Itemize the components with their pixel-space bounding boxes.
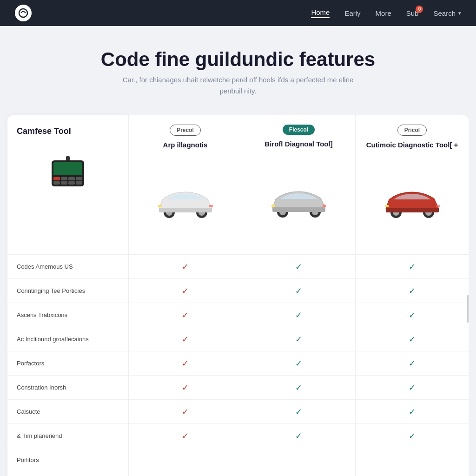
feature-rows: Codes Amemous US Conntinging Tee Portici… xyxy=(7,255,128,476)
page-heading: Code fine guildundic features xyxy=(7,48,469,71)
nav-search[interactable]: Search ▾ xyxy=(433,9,461,17)
feature-row-8: Porlitors xyxy=(7,448,128,472)
feature-row-2: Asceris Trabxicons xyxy=(7,303,128,327)
check-icon: ✓ xyxy=(409,358,416,369)
plan-col-2: Pricol Cutimoic Diagnostic Tool[ + xyxy=(355,115,469,476)
plan-2-badge: Pricol xyxy=(397,125,427,136)
plan-0-badge: Precol xyxy=(170,125,201,136)
plan-1-check-7: ✓ xyxy=(242,424,355,448)
page-title: Code fine guildundic features xyxy=(7,48,469,71)
check-icon: ✓ xyxy=(295,383,302,393)
plan-0-check-0: ✓ xyxy=(129,255,242,279)
feature-col-header: Camfese Tool xyxy=(7,115,128,255)
check-icon: ✓ xyxy=(182,286,189,296)
svg-rect-7 xyxy=(209,205,213,207)
plan-2-header: Pricol Cutimoic Diagnostic Tool[ + xyxy=(356,115,469,255)
plan-0-check-4: ✓ xyxy=(129,351,242,376)
nav-sub[interactable]: Sub 0 xyxy=(406,9,419,17)
check-icon: ✓ xyxy=(409,431,416,441)
plan-2-check-3: ✓ xyxy=(356,327,469,351)
feature-row-7: & Tim planeriend xyxy=(7,424,128,448)
plan-2-check-0: ✓ xyxy=(356,255,469,279)
nav-badge: 0 xyxy=(416,6,423,13)
svg-point-0 xyxy=(19,9,27,17)
check-icon: ✓ xyxy=(409,286,416,296)
plan-0-check-6: ✓ xyxy=(129,400,242,424)
feature-col-title: Camfese Tool xyxy=(17,126,119,136)
svg-rect-13 xyxy=(271,205,275,207)
check-icon: ✓ xyxy=(295,334,302,344)
check-icon: ✓ xyxy=(409,310,416,320)
plan-columns: Precol Arp illagnotis xyxy=(128,115,469,476)
svg-rect-12 xyxy=(272,207,325,212)
chevron-down-icon: ▾ xyxy=(458,10,461,16)
logo[interactable] xyxy=(15,5,32,21)
svg-rect-5 xyxy=(159,208,212,212)
plan-2-check-5: ✓ xyxy=(356,376,469,400)
check-icon: ✓ xyxy=(295,286,302,296)
check-icon: ✓ xyxy=(409,407,416,417)
svg-rect-21 xyxy=(436,205,440,207)
check-icon: ✓ xyxy=(295,407,302,417)
nav-links: Home Early More Sub 0 Search ▾ xyxy=(311,8,461,18)
main-content: Code fine guildundic features Car., for … xyxy=(0,26,476,476)
plan-col-0: Precol Arp illagnotis xyxy=(128,115,242,476)
check-icon: ✓ xyxy=(182,407,189,417)
feature-price-row xyxy=(7,472,128,476)
plan-0-header: Precol Arp illagnotis xyxy=(129,115,242,255)
plan-0-check-5: ✓ xyxy=(129,376,242,400)
plan-2-check-6: ✓ xyxy=(356,400,469,424)
plan-1-price-row: Set $1,878 xyxy=(242,472,355,476)
check-icon: ✓ xyxy=(409,262,416,272)
plan-0-price-row: Set $3,998 xyxy=(129,472,242,476)
nav-early[interactable]: Early xyxy=(344,9,360,17)
plan-2-checks: ✓ ✓ ✓ ✓ ✓ ✓ ✓ ✓ xyxy=(356,255,469,472)
feature-row-5: Constration Inorsh xyxy=(7,376,128,400)
plan-1-check-5: ✓ xyxy=(242,376,355,400)
check-icon: ✓ xyxy=(182,383,189,393)
feature-row-3: Ac Inclilound groaflecaions xyxy=(7,327,128,351)
check-icon: ✓ xyxy=(182,431,189,441)
plan-2-check-1: ✓ xyxy=(356,279,469,303)
plan-1-check-1: ✓ xyxy=(242,279,355,303)
diagnostic-tool-image xyxy=(49,145,86,192)
plan-1-check-2: ✓ xyxy=(242,303,355,327)
plan-2-title: Cutimoic Diagnostic Tool[ + xyxy=(366,140,458,150)
check-icon: ✓ xyxy=(295,262,302,272)
plan-1-check-3: ✓ xyxy=(242,327,355,351)
scroll-hint xyxy=(467,295,469,323)
check-icon: ✓ xyxy=(295,431,302,441)
plan-0-title: Arp illagnotis xyxy=(163,140,208,150)
feature-row-4: Porfactors xyxy=(7,351,128,376)
feature-column: Camfese Tool xyxy=(7,115,128,476)
svg-rect-19 xyxy=(386,208,439,212)
svg-rect-6 xyxy=(158,205,162,207)
feature-row-6: Calsucte xyxy=(7,400,128,424)
plan-2-check-4: ✓ xyxy=(356,351,469,376)
plan-1-checks: ✓ ✓ ✓ ✓ ✓ ✓ ✓ ✓ xyxy=(242,255,355,472)
check-icon: ✓ xyxy=(409,383,416,393)
plan-1-badge: Flescol xyxy=(283,125,315,135)
plan-1-title: Birofl Diagnoal Tool] xyxy=(264,139,332,149)
plan-0-check-1: ✓ xyxy=(129,279,242,303)
check-icon: ✓ xyxy=(409,334,416,344)
plan-2-check-2: ✓ xyxy=(356,303,469,327)
plan-2-price-row: Sen $2,945 xyxy=(356,472,469,476)
plan-0-check-3: ✓ xyxy=(129,327,242,351)
check-icon: ✓ xyxy=(295,310,302,320)
plan-col-1: Flescol Birofl Diagnoal Tool] xyxy=(242,115,355,476)
check-icon: ✓ xyxy=(295,358,302,369)
plan-1-check-6: ✓ xyxy=(242,400,355,424)
navbar: Home Early More Sub 0 Search ▾ xyxy=(0,0,476,26)
plan-0-check-2: ✓ xyxy=(129,303,242,327)
check-icon: ✓ xyxy=(182,310,189,320)
nav-more[interactable]: More xyxy=(376,9,391,17)
plan-2-check-7: ✓ xyxy=(356,424,469,448)
plan-1-check-0: ✓ xyxy=(242,255,355,279)
nav-home[interactable]: Home xyxy=(311,8,330,18)
svg-rect-20 xyxy=(385,205,389,207)
plan-0-car xyxy=(155,154,216,249)
feature-row-0: Codes Amemous US xyxy=(7,255,128,279)
plan-2-car xyxy=(382,154,443,249)
plan-0-checks: ✓ ✓ ✓ ✓ ✓ ✓ ✓ ✓ xyxy=(129,255,242,472)
